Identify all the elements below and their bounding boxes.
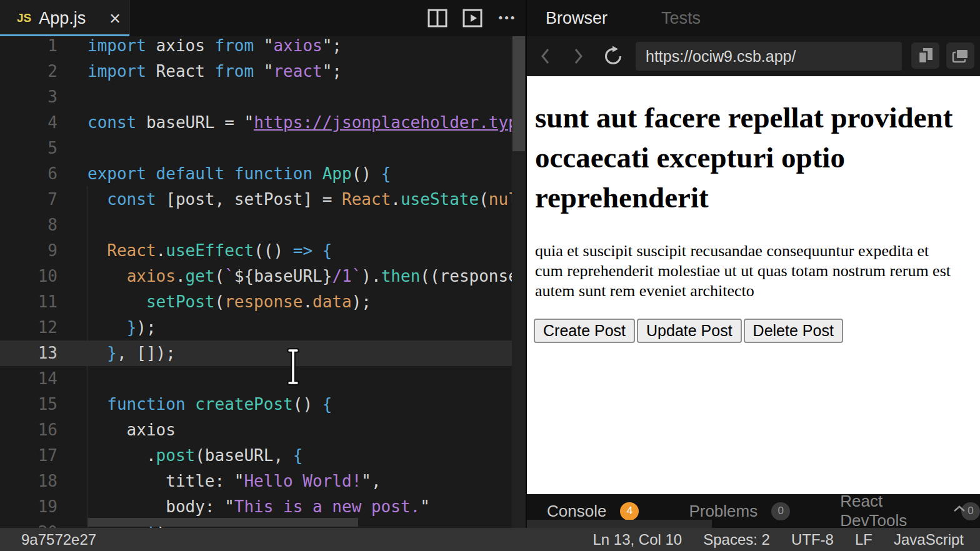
devtools-tab-console[interactable]: Console4 — [547, 502, 639, 521]
code-text — [58, 84, 88, 110]
line-number: 4 — [0, 110, 58, 136]
code-line[interactable]: 18 title: "Hello World!", — [0, 469, 526, 494]
code-line[interactable]: 16 axios — [0, 417, 526, 443]
status-item-ln-13-col-10[interactable]: Ln 13, Col 10 — [592, 531, 682, 549]
code-text — [58, 136, 88, 161]
code-line[interactable]: 11 setPost(response.data); — [0, 289, 526, 315]
create-post-button[interactable]: Create Post — [534, 319, 635, 343]
code-line[interactable]: 15 function createPost() { — [0, 392, 526, 417]
code-text: export default function App() { — [58, 161, 391, 187]
line-number: 5 — [0, 136, 58, 161]
more-actions-button[interactable]: ••• — [493, 0, 522, 36]
line-number: 13 — [0, 340, 58, 366]
line-number: 17 — [0, 443, 58, 469]
line-number: 10 — [0, 264, 58, 289]
browser-viewport: sunt aut facere repellat provident occae… — [527, 76, 980, 494]
line-number: 2 — [0, 59, 58, 84]
code-text: axios.get(`${baseURL}/1`).then((response… — [58, 264, 526, 289]
chevron-right-icon — [571, 45, 586, 67]
chevron-left-icon — [538, 45, 553, 67]
code-line[interactable]: 19 body: "This is a new post." — [0, 494, 526, 520]
refresh-icon — [602, 46, 624, 67]
code-line[interactable]: 4const baseURL = "https://jsonplaceholde… — [0, 110, 526, 136]
close-tab-icon[interactable]: × — [109, 9, 121, 28]
tab-app-js[interactable]: JS App.js × — [0, 0, 130, 36]
line-number: 15 — [0, 392, 58, 417]
count-badge: 4 — [620, 502, 639, 520]
codesandbox-window: JS App.js × ••• 1import — [0, 0, 980, 551]
duplicate-preview-button[interactable] — [946, 42, 974, 69]
devtools-tab-label: React DevTools — [840, 492, 948, 530]
vertical-scrollbar-thumb[interactable] — [512, 36, 525, 151]
preview-pane: BrowserTests — [527, 0, 980, 528]
code-line[interactable]: 12 }); — [0, 315, 526, 340]
line-number: 19 — [0, 494, 58, 520]
text-cursor-icon — [284, 347, 302, 386]
line-number: 3 — [0, 84, 58, 110]
code-line[interactable]: 6export default function App() { — [0, 161, 526, 187]
horizontal-scrollbar-thumb[interactable] — [88, 518, 358, 527]
code-text: const [post, setPost] = React.useState(n… — [58, 187, 526, 212]
code-line[interactable]: 10 axios.get(`${baseURL}/1`).then((respo… — [0, 264, 526, 289]
code-line[interactable]: 8 — [0, 212, 526, 238]
duplicate-window-icon — [952, 47, 969, 64]
post-actions: Create PostUpdate PostDelete Post — [527, 319, 980, 343]
collapse-panel-button[interactable] — [952, 504, 966, 515]
line-number: 6 — [0, 161, 58, 187]
code-text: axios — [58, 417, 176, 443]
split-editor-button[interactable] — [423, 0, 452, 36]
code-lines: 1import axios from "axios";2import React… — [0, 36, 526, 528]
code-line[interactable]: 5 — [0, 136, 526, 161]
line-number: 14 — [0, 366, 58, 392]
line-number: 1 — [0, 36, 58, 59]
code-text: .post(baseURL, { — [58, 443, 302, 469]
code-text: setPost(response.data); — [58, 289, 371, 315]
post-body: quia et suscipit suscipit recusandae con… — [527, 241, 960, 301]
code-editor[interactable]: 1import axios from "axios";2import React… — [0, 36, 526, 528]
code-line[interactable]: 14 — [0, 366, 526, 392]
line-number: 16 — [0, 417, 58, 443]
line-number: 7 — [0, 187, 58, 212]
ellipsis-icon: ••• — [499, 11, 517, 25]
url-input[interactable] — [636, 42, 902, 71]
status-bar: 9a7572e27 Ln 13, Col 10Spaces: 2UTF-8LFJ… — [0, 528, 980, 551]
status-item-utf-8[interactable]: UTF-8 — [791, 531, 834, 549]
code-line[interactable]: 3 — [0, 84, 526, 110]
editor-tabbar: JS App.js × ••• — [0, 0, 526, 36]
delete-post-button[interactable]: Delete Post — [744, 319, 843, 343]
vertical-scrollbar[interactable] — [512, 36, 526, 528]
javascript-file-icon: JS — [17, 11, 31, 25]
back-button[interactable] — [533, 36, 558, 76]
update-post-button[interactable]: Update Post — [637, 319, 742, 343]
line-number: 20 — [0, 520, 58, 528]
code-text: }, []); — [58, 340, 176, 366]
count-badge: 0 — [771, 502, 790, 520]
code-line[interactable]: 7 const [post, setPost] = React.useState… — [0, 187, 526, 212]
code-line[interactable]: 9 React.useEffect(() => { — [0, 238, 526, 264]
browser-navbar — [527, 36, 980, 76]
commit-hash: 9a7572e27 — [21, 531, 96, 549]
forward-button[interactable] — [566, 36, 591, 76]
preview-tabbar: BrowserTests — [527, 0, 980, 36]
preview-tab-browser[interactable]: Browser — [546, 9, 608, 28]
preview-tab-tests[interactable]: Tests — [661, 9, 701, 28]
code-text: const baseURL = "https://jsonplaceholder… — [58, 110, 526, 136]
devtools-tab-problems[interactable]: Problems0 — [689, 502, 790, 521]
status-item-spaces-2[interactable]: Spaces: 2 — [703, 531, 770, 549]
open-preview-button[interactable] — [458, 0, 487, 36]
code-text — [58, 366, 88, 392]
status-item-lf[interactable]: LF — [855, 531, 872, 549]
post-title: sunt aut facere repellat provident occae… — [527, 97, 966, 217]
code-line[interactable]: 1import axios from "axios"; — [0, 36, 526, 59]
code-line[interactable]: 2import React from "react"; — [0, 59, 526, 84]
line-number: 9 — [0, 238, 58, 264]
code-line[interactable]: 13 }, []); — [0, 340, 526, 366]
devtools-tab-label: Problems — [689, 502, 758, 521]
code-line[interactable]: 17 .post(baseURL, { — [0, 443, 526, 469]
status-item-javascript[interactable]: JavaScript — [894, 531, 964, 549]
code-text: body: "This is a new post." — [58, 494, 430, 520]
open-in-new-window-button[interactable] — [911, 42, 939, 69]
editor-pane: JS App.js × ••• 1import — [0, 0, 527, 528]
refresh-button[interactable] — [601, 36, 626, 76]
code-text: import React from "react"; — [58, 59, 342, 84]
